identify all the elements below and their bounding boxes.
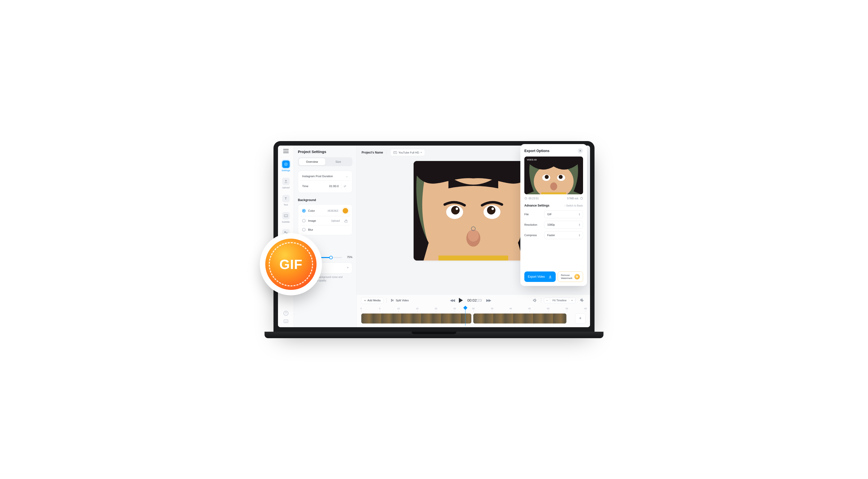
panel-tabs: Overview Size — [298, 157, 352, 166]
svg-point-23 — [550, 182, 557, 190]
timeline-clip[interactable] — [473, 313, 567, 324]
add-clip-button[interactable]: + — [575, 313, 586, 324]
ruler-tick: 30 — [472, 307, 474, 310]
bg-color-label: Color — [308, 209, 315, 212]
volume-icon[interactable] — [531, 297, 538, 304]
menu-icon[interactable] — [283, 149, 289, 153]
gif-badge: GIF — [260, 233, 322, 295]
help-icon[interactable]: ? — [283, 311, 288, 316]
download-icon — [548, 275, 552, 279]
color-swatch[interactable] — [343, 208, 348, 214]
premium-icon: ◆ — [575, 274, 580, 280]
time-row: Time 01:00.0 ⇄ — [299, 181, 351, 192]
svg-point-7 — [451, 206, 460, 215]
switch-basic-link[interactable]: ‹ Switch to Basic — [565, 204, 583, 207]
zoom-out-button[interactable]: − — [544, 297, 550, 303]
timeline-clip[interactable] — [361, 313, 472, 324]
svg-point-8 — [487, 206, 495, 215]
advanced-title: Advance Settings — [524, 204, 550, 207]
bg-color-option[interactable]: Color #636363 — [299, 205, 351, 216]
svg-rect-1 — [284, 231, 286, 233]
svg-point-15 — [391, 299, 392, 300]
chevron-down-icon: ▾ — [421, 151, 422, 154]
split-label: Split Video — [396, 299, 409, 302]
export-runtime: 00:23:51 — [524, 197, 539, 200]
export-panel: Export Options ✕ VEED.IO — [520, 146, 587, 286]
ruler-tick: 10 — [397, 307, 400, 310]
skip-forward-icon[interactable]: ▶▶ — [486, 298, 491, 302]
keyboard-icon[interactable] — [283, 319, 288, 323]
ruler-tick: 60 — [584, 307, 587, 310]
svg-rect-24 — [541, 192, 566, 194]
sort-icon: ▴▾ — [579, 223, 580, 226]
export-video-button[interactable]: Export Video — [524, 272, 556, 282]
fit-timeline: − Fit Timeline + — [544, 297, 576, 303]
skip-back-icon[interactable]: ◀◀ — [450, 298, 455, 302]
radio-icon — [302, 228, 306, 231]
playhead-line — [465, 309, 466, 326]
file-select[interactable]: GIF▴▾ — [544, 210, 583, 218]
play-button[interactable] — [459, 298, 463, 303]
upload-icon — [344, 219, 348, 223]
duration-label: Instagram Post Duration — [302, 175, 333, 178]
ruler-tick: 0 — [360, 307, 362, 310]
rail-label: Subtitle — [282, 220, 290, 223]
ruler-tick: 40 — [509, 307, 512, 310]
bg-image-label: Image — [308, 219, 316, 222]
sort-icon: ▴▾ — [579, 213, 580, 216]
svg-point-20 — [545, 175, 549, 179]
sparkle-icon: ✦ — [346, 266, 349, 269]
bg-color-hex: #636363 — [328, 209, 338, 212]
add-media-button[interactable]: +Add Media — [361, 297, 383, 304]
compress-select[interactable]: Faster▴▾ — [544, 231, 583, 239]
video-canvas[interactable] — [413, 161, 533, 260]
rail-settings[interactable]: Settings — [278, 159, 293, 174]
split-video-button[interactable]: Split Video — [390, 297, 410, 304]
rail-label: Text — [284, 203, 288, 206]
duration-select[interactable]: Instagram Post Duration ⌄ — [299, 172, 351, 181]
timeline-ruler[interactable]: 051015202530354045505560 — [356, 306, 590, 312]
background-card: Color #636363 Image Upload — [298, 204, 352, 235]
text-icon: T — [282, 195, 290, 202]
chevron-down-icon: ⌄ — [346, 174, 348, 178]
swap-icon[interactable]: ⇄ — [341, 183, 348, 189]
settings-icon — [282, 160, 290, 168]
rail-upload[interactable]: Upload — [278, 176, 293, 191]
ruler-tick: 25 — [454, 307, 456, 310]
time-label: Time — [302, 185, 308, 188]
timecode: 00:02:23 — [467, 298, 482, 302]
preset-select[interactable]: YouTube Full HD ▾ — [390, 149, 425, 156]
svg-point-10 — [492, 207, 494, 210]
upload-icon — [282, 178, 290, 185]
file-icon — [580, 197, 583, 200]
controls-bar: +Add Media Split Video ◀◀ 00:02:23 ▶▶ — [356, 294, 590, 306]
tab-size[interactable]: Size — [325, 158, 352, 165]
project-name[interactable]: Project's Name — [362, 151, 383, 154]
svg-point-9 — [456, 207, 458, 210]
radio-icon — [302, 219, 306, 222]
preset-label: YouTube Full HD — [398, 151, 419, 154]
zoom-in-button[interactable]: + — [569, 297, 575, 303]
bg-blur-option[interactable]: Blur — [299, 225, 351, 234]
youtube-icon — [394, 151, 397, 154]
bg-image-option[interactable]: Image Upload — [299, 216, 351, 225]
close-icon[interactable]: ✕ — [578, 148, 583, 154]
ruler-tick: 20 — [435, 307, 437, 310]
timeline: + — [356, 312, 590, 327]
radio-icon — [302, 209, 306, 213]
sort-icon: ▴▾ — [579, 234, 580, 237]
compress-label: Compress — [524, 234, 542, 237]
rail-subtitle[interactable]: Subtitle — [278, 211, 293, 226]
subtitle-icon — [282, 212, 290, 220]
remove-watermark-button[interactable]: Remove Watermark ◆ — [558, 272, 583, 282]
ruler-tick: 50 — [547, 307, 550, 310]
file-label: File — [524, 213, 542, 216]
rail-label: Settings — [281, 169, 290, 172]
slider-value: 75% — [344, 256, 352, 259]
resolution-select[interactable]: 1080p▴▾ — [544, 221, 583, 229]
rail-text[interactable]: T Text — [278, 193, 293, 209]
time-value[interactable]: 01:00.0 — [329, 185, 339, 188]
waveform-icon[interactable] — [578, 297, 586, 303]
tab-overview[interactable]: Overview — [299, 158, 325, 165]
add-media-label: Add Media — [368, 299, 381, 302]
